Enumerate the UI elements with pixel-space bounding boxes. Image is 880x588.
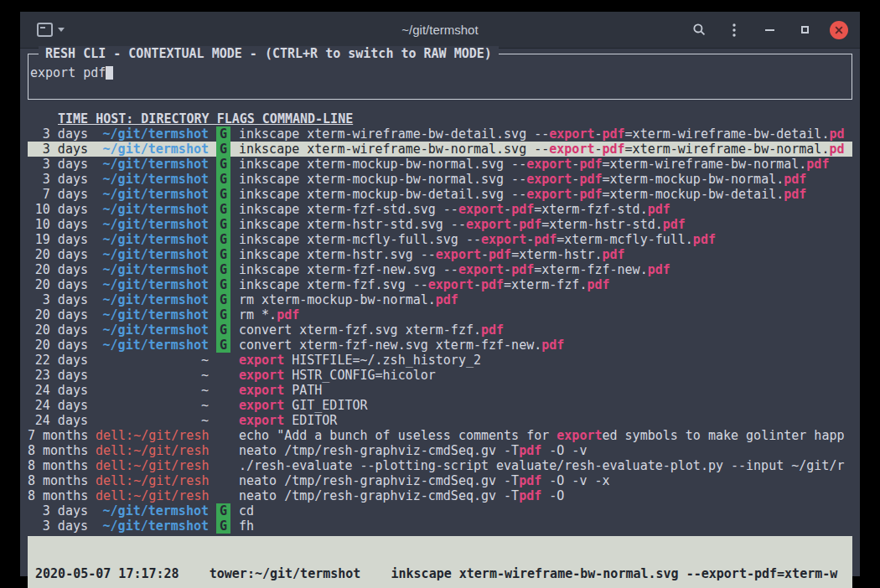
row-directory: ~/git/termshot [96,247,209,262]
row-directory: ~/git/termshot [96,292,209,307]
row-time: 20 days [28,322,88,338]
row-time: 3 days [28,157,88,172]
command-match-highlight: pdf [806,157,829,172]
row-directory: ~/git/termshot [96,202,209,217]
row-flags: G [216,172,239,187]
command-match-highlight: pdf [519,473,541,488]
row-command: inkscape xterm-wireframe-bw-detail.svg -… [239,126,852,142]
command-match-highlight: pdf [534,232,556,247]
history-row[interactable]: 20 days~/git/termshotGinkscape xterm-fzf… [28,277,852,292]
search-query-text: export pdf [30,65,106,80]
command-text: PATH [284,383,322,398]
row-time: 10 days [28,217,88,232]
command-match-highlight: pdf [693,232,716,247]
command-text: inkscape xterm-mockup-bw-normal.svg -- [239,172,526,187]
history-row[interactable]: 7 days~/git/termshotGinkscape xterm-mock… [28,187,852,202]
row-directory: ~/git/termshot [96,322,209,338]
row-time: 10 days [28,202,88,217]
history-row[interactable]: 20 days~/git/termshotGconvert xterm-fzf-… [28,338,852,353]
row-time: 8 months [28,443,88,458]
command-match-highlight: export [549,126,594,142]
history-row[interactable]: 8 monthsdell:~/git/resh./resh-evaluate -… [28,458,852,473]
terminal-content[interactable]: RESH CLI - CONTEXTUAL MODE - (CTRL+R to … [20,54,860,581]
history-row[interactable]: 24 days~export PATH [28,383,852,398]
search-input[interactable]: export pdf [30,65,850,80]
history-row[interactable]: 10 days~/git/termshotGinkscape xterm-fzf… [28,202,852,217]
restore-icon [801,26,809,34]
git-flag-badge: G [216,277,230,292]
row-flags: G [216,503,239,518]
new-tab-button[interactable] [32,19,70,40]
command-match-highlight: pdf [784,187,806,202]
history-row[interactable]: 20 days~/git/termshotGconvert xterm-fzf.… [28,322,852,338]
row-flags [216,443,239,458]
row-time: 20 days [28,262,88,277]
command-text: =xterm-fzf-std. [534,202,647,217]
history-row[interactable]: 3 days~/git/termshotGrm xterm-mockup-bw-… [28,292,852,307]
history-row[interactable]: 20 days~/git/termshotGrm *.pdf [28,307,852,322]
row-flags: G [216,142,239,157]
close-button[interactable] [830,21,848,39]
row-flags [216,413,239,428]
titlebar[interactable]: ~/git/termshot [20,12,860,49]
history-row[interactable]: 22 days~export HISTFILE=~/.zsh_history_2 [28,353,852,368]
history-row[interactable]: 3 days~/git/termshotGcd [28,503,852,518]
history-row[interactable]: 24 days~export EDITOR [28,413,852,428]
row-flags [216,488,239,503]
restore-button[interactable] [795,20,815,40]
history-row-selected[interactable]: 3 days~/git/termshotGinkscape xterm-wire… [28,142,852,157]
history-row[interactable]: 10 days~/git/termshotGinkscape xterm-hst… [28,217,852,232]
history-row[interactable]: 3 days~/git/termshotGinkscape xterm-mock… [28,157,852,172]
row-directory: ~ [96,413,209,428]
row-directory: ~/git/termshot [96,172,209,187]
chevron-down-icon [58,28,65,32]
history-row[interactable]: 20 days~/git/termshotGinkscape xterm-hst… [28,247,852,262]
row-command: inkscape xterm-hstr-std.svg --export-pdf… [239,217,852,232]
row-flags: G [216,277,239,292]
row-command: inkscape xterm-fzf-std.svg --export-pdf=… [239,202,852,217]
command-text: inkscape xterm-mockup-bw-normal.svg -- [239,157,526,172]
row-directory: ~/git/termshot [96,157,209,172]
row-time: 3 days [28,292,88,307]
search-button[interactable] [689,20,709,40]
row-command: export HSTR_CONFIG=hicolor [239,368,852,383]
command-text: =xterm-wireframe-bw-normal. [602,157,806,172]
history-row[interactable]: 19 days~/git/termshotGinkscape xterm-mcf… [28,232,852,247]
history-row[interactable]: 8 monthsdell:~/git/reshneato /tmp/resh-g… [28,473,852,488]
command-text: inkscape xterm-fzf-std.svg -- [239,202,458,217]
history-row[interactable]: 7 monthsdell:~/git/reshecho "Add a bunch… [28,428,852,443]
history-row[interactable]: 3 days~/git/termshotGinkscape xterm-wire… [28,126,852,142]
command-match-highlight: pdf [603,247,625,262]
command-text: -O -v [541,443,587,458]
row-time: 20 days [28,338,88,353]
row-flags: G [216,338,239,353]
command-text: inkscape xterm-fzf.svg -- [239,277,428,292]
history-row[interactable]: 3 days~/git/termshotGfh [28,518,852,534]
menu-button[interactable] [724,20,744,40]
row-time: 3 days [28,142,88,157]
row-command: export HISTFILE=~/.zsh_history_2 [239,353,852,368]
command-match-highlight: export [239,383,284,398]
row-command: neato /tmp/resh-graphviz-cmdSeq.gv -Tpdf… [239,488,852,503]
row-directory: ~ [96,353,209,368]
row-flags [216,383,239,398]
history-row[interactable]: 24 days~export GIT_EDITOR [28,398,852,413]
minimize-icon [765,29,774,31]
history-row[interactable]: 23 days~export HSTR_CONFIG=hicolor [28,368,852,383]
history-row[interactable]: 3 days~/git/termshotGinkscape xterm-mock… [28,172,852,187]
history-row[interactable]: 20 days~/git/termshotGinkscape xterm-fzf… [28,262,852,277]
selected-entry-detail: 2020-05-07 17:17:28 tower:~/git/termshot… [28,536,852,588]
git-flag-badge: G [216,322,230,338]
history-row[interactable]: 8 monthsdell:~/git/reshneato /tmp/resh-g… [28,488,852,503]
row-command: inkscape xterm-hstr.svg --export-pdf=xte… [239,247,852,262]
row-command: rm *.pdf [239,307,852,322]
row-time: 24 days [28,413,88,428]
row-command: neato /tmp/resh-graphviz-cmdSeq.gv -Tpdf… [239,473,852,488]
row-command: inkscape xterm-fzf-new.svg --export-pdf=… [239,262,852,277]
search-icon [692,23,707,37]
command-match-highlight: pd [829,142,844,157]
row-directory: ~/git/termshot [96,503,209,518]
history-row[interactable]: 8 monthsdell:~/git/reshneato /tmp/resh-g… [28,443,852,458]
row-directory: ~/git/termshot [96,142,209,157]
minimize-button[interactable] [759,20,779,40]
